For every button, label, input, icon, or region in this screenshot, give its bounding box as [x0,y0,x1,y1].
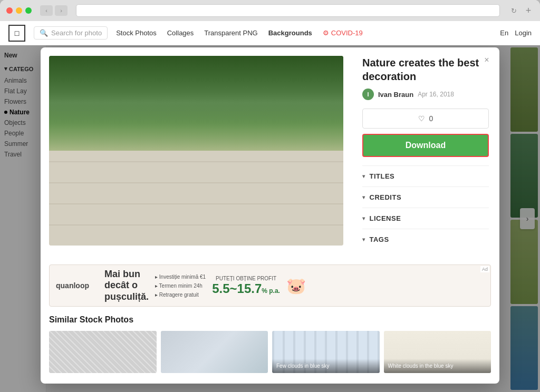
chevron-icon: ▾ [362,215,365,221]
login-button[interactable]: Login [515,29,532,37]
like-button[interactable]: ♡ 0 [362,109,489,129]
site-body: New ▾ CATEGO Animals Flat Lay Flowers Na… [0,45,540,392]
info-panel: Nature creates the best decoration I Iva… [352,47,499,258]
accordion-titles-label: TITLES [370,172,395,180]
photo-caption-4: White clouds in the blue sky [384,359,491,373]
accordion-license-label: LICENSE [370,214,401,222]
author-avatar: I [362,89,374,100]
minimize-window-button[interactable] [16,7,22,14]
new-tab-button[interactable]: + [523,5,534,16]
heart-icon: ♡ [418,114,425,123]
similar-section: Similar Stock Photos Few clouds in blue … [41,307,499,384]
accordion-license-header[interactable]: ▾ LICENSE [362,214,489,222]
browser-nav-arrows: ‹ › [40,5,68,16]
header-right: En Login [500,29,532,37]
nav-collages[interactable]: Collages [167,29,194,37]
accordion-credits-label: CREDITS [370,193,402,201]
similar-photo-3[interactable]: Few clouds in blue sky [272,331,380,373]
ad-rate: 5.5~15.7% p.a. [212,281,280,296]
search-placeholder: Search for photo [51,29,102,37]
piggy-icon: 🐷 [286,277,306,295]
author-name[interactable]: Ivan Braun [378,91,413,99]
close-window-button[interactable] [6,7,13,14]
search-box[interactable]: 🔍 Search for photo [34,26,108,40]
reload-button[interactable]: ↻ [508,5,519,16]
ad-logo: quanloop [56,281,98,290]
wall-decoration [49,151,343,246]
ad-bullets: ▸ Investiție minimă €1 ▸ Termen minim 24… [155,272,206,299]
language-selector[interactable]: En [500,29,508,37]
main-nav: Stock Photos Collages Transparent PNG Ba… [116,29,363,37]
modal-body: Nature creates the best decoration I Iva… [41,47,499,384]
accordion-credits-header[interactable]: ▾ CREDITS [362,193,489,201]
photo-title: Nature creates the best decoration [362,56,489,83]
author-row: I Ivan Braun Apr 16, 2018 [362,89,489,100]
nav-covid[interactable]: ⚙ COVID-19 [323,29,363,37]
traffic-lights [6,7,32,14]
photo-modal: × Nature creates the best decoratio [41,47,499,384]
accordion-titles: ▾ TITLES [362,165,489,187]
nav-backgrounds[interactable]: Backgrounds [268,29,312,37]
chevron-icon: ▾ [362,237,365,242]
forward-button[interactable]: › [55,5,68,16]
nav-transparent-png[interactable]: Transparent PNG [204,29,257,37]
likes-count: 0 [429,114,433,123]
similar-photo-2[interactable] [161,331,268,373]
chevron-icon: ▾ [362,194,365,200]
accordion-tags-label: TAGS [370,236,389,243]
accordion-license: ▾ LICENSE [362,208,489,229]
modal-overlay: × Nature creates the best decoratio [0,45,540,392]
virus-icon: ⚙ [323,29,329,37]
ad-rate-section: PUTEȚI OBȚINE PROFIT 5.5~15.7% p.a. [212,276,280,296]
site-header: □ 🔍 Search for photo Stock Photos Collag… [0,21,540,45]
similar-grid: Few clouds in blue sky White clouds in t… [49,331,491,373]
fullscreen-window-button[interactable] [25,7,32,14]
ad-banner[interactable]: quanloop Mai bun decât o pușculiță. ▸ In… [49,264,491,307]
site-logo: □ [8,25,25,42]
similar-title: Similar Stock Photos [49,315,491,325]
download-button[interactable]: Download [362,134,489,157]
accordion-tags-header[interactable]: ▾ TAGS [362,236,489,243]
photo-caption-3: Few clouds in blue sky [272,359,380,373]
main-photo [49,56,343,246]
search-icon: 🔍 [40,29,48,37]
ad-rate-label: PUTEȚI OBȚINE PROFIT [212,276,280,281]
modal-top: Nature creates the best decoration I Iva… [41,47,499,258]
modal-close-button[interactable]: × [480,54,493,66]
photo-section [41,47,352,258]
nav-stock-photos[interactable]: Stock Photos [116,29,157,37]
similar-photo-4[interactable]: White clouds in the blue sky [384,331,491,373]
accordion-titles-header[interactable]: ▾ TITLES [362,172,489,180]
url-bar[interactable] [76,4,500,17]
author-date: Apr 16, 2018 [418,91,454,98]
chevron-icon: ▾ [362,173,365,179]
ivy-decoration [49,56,343,160]
accordion-credits: ▾ CREDITS [362,187,489,208]
download-label: Download [406,141,446,150]
back-button[interactable]: ‹ [40,5,53,16]
accordion-tags: ▾ TAGS [362,229,489,250]
ad-label: Ad [480,266,489,272]
similar-photo-1[interactable] [49,331,157,373]
ad-tagline: Mai bun decât o pușculiță. [104,269,149,303]
title-bar: ‹ › ↻ + [0,0,540,21]
